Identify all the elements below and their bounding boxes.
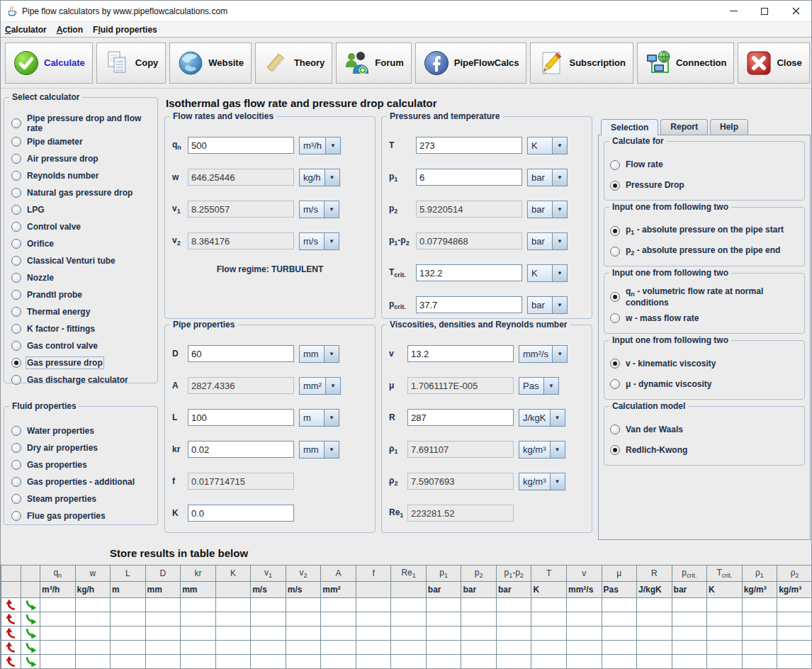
field-input[interactable] <box>188 345 294 362</box>
connection-button[interactable]: Connection <box>637 43 735 84</box>
field-input[interactable] <box>407 441 514 458</box>
unit-select[interactable]: K ▼ <box>527 264 568 282</box>
option-radio[interactable]: μ - dynamic viscosity <box>610 374 799 395</box>
field-input[interactable] <box>188 232 294 249</box>
menu-action[interactable]: Action <box>57 25 83 35</box>
field-input[interactable] <box>416 232 522 249</box>
unit-select[interactable]: bar ▼ <box>527 201 568 218</box>
calculator-option[interactable]: Natural gas pressure drop <box>11 184 150 201</box>
unit-select[interactable]: bar ▼ <box>527 296 568 314</box>
option-radio[interactable]: w - mass flow rate <box>610 308 799 329</box>
fluid-option[interactable]: Gas properties <box>11 456 150 473</box>
store-result-button[interactable] <box>21 641 40 655</box>
unit-select[interactable]: Pas ▼ <box>519 377 559 395</box>
unit-select[interactable]: mm ▼ <box>299 441 339 459</box>
unit-select[interactable]: mm²/s ▼ <box>519 345 568 363</box>
tab[interactable]: Report <box>660 119 708 135</box>
fluid-option[interactable]: Flue gas properties <box>11 507 150 524</box>
maximize-button[interactable] <box>749 1 780 21</box>
calculator-option[interactable]: Orifice <box>11 235 150 252</box>
calculator-option[interactable]: Gas discharge calculator <box>11 371 150 388</box>
recall-result-button[interactable] <box>1 626 21 641</box>
recall-result-button[interactable] <box>1 612 21 626</box>
fluid-option[interactable]: Steam properties <box>11 490 150 507</box>
unit-select[interactable]: bar ▼ <box>527 232 568 250</box>
field-input[interactable] <box>407 345 514 362</box>
store-result-button[interactable] <box>21 626 40 641</box>
website-button[interactable]: Website <box>169 43 252 84</box>
fluid-option[interactable]: Dry air properties <box>11 439 150 456</box>
forum-button[interactable]: Forum <box>336 43 411 84</box>
unit-select[interactable]: m/s ▼ <box>299 232 339 250</box>
calculator-option[interactable]: Nozzle <box>11 269 150 286</box>
option-radio[interactable]: p1 - absolute pressure on the pipe start <box>610 220 799 241</box>
field-input[interactable] <box>416 169 522 186</box>
field-input[interactable] <box>416 137 522 154</box>
store-result-button[interactable] <box>21 598 40 612</box>
menu-calculator[interactable]: Calculator <box>5 25 47 35</box>
tab[interactable]: Help <box>710 119 748 135</box>
calculator-option[interactable]: LPG <box>11 201 150 218</box>
field-input[interactable] <box>407 505 514 522</box>
field-input[interactable] <box>416 201 522 218</box>
unit-select[interactable]: kg/h ▼ <box>299 169 340 186</box>
copy-button[interactable]: Copy <box>96 43 167 84</box>
calculator-option[interactable]: Control valve <box>11 218 150 235</box>
option-radio[interactable]: qn - volumetric flow rate at normal cond… <box>610 286 799 308</box>
calculator-option[interactable]: Reynolds number <box>11 167 150 184</box>
close-button[interactable] <box>780 1 811 21</box>
field-input[interactable] <box>188 137 294 154</box>
pipeflowcalcs-button[interactable]: PipeFlowCalcs <box>415 43 527 84</box>
theory-button[interactable]: Theory <box>255 43 332 84</box>
tab[interactable]: Selection <box>601 119 658 135</box>
unit-select[interactable]: kg/m³ ▼ <box>519 473 565 490</box>
option-radio[interactable]: Pressure Drop <box>610 175 799 196</box>
subscription-button[interactable]: Subscription <box>530 43 633 84</box>
calculate-button[interactable]: Calculate <box>5 43 93 84</box>
calculator-option[interactable]: Classical Venturi tube <box>11 252 150 269</box>
field-input[interactable] <box>407 473 514 490</box>
fluid-option[interactable]: Gas properties - additional <box>11 473 150 490</box>
calculator-option[interactable]: Pipe pressure drop and flow rate <box>11 113 150 133</box>
field-input[interactable] <box>188 377 294 394</box>
unit-select[interactable]: K ▼ <box>527 137 568 154</box>
field-input[interactable] <box>188 505 294 522</box>
recall-result-button[interactable] <box>1 655 21 669</box>
option-radio[interactable]: v - kinematic viscosity <box>610 354 799 374</box>
calculator-option[interactable]: K factor - fittings <box>11 320 150 337</box>
unit-select[interactable]: mm² ▼ <box>299 377 341 395</box>
fluid-option[interactable]: Water properties <box>11 422 150 439</box>
field-input[interactable] <box>416 264 522 281</box>
field-input[interactable] <box>188 169 294 186</box>
unit-select[interactable]: mm ▼ <box>299 345 339 363</box>
calculator-option[interactable]: Thermal energy <box>11 303 150 320</box>
recall-result-button[interactable] <box>1 641 21 655</box>
calculator-option[interactable]: Gas control valve <box>11 337 150 354</box>
field-input[interactable] <box>188 441 294 458</box>
field-input[interactable] <box>407 409 514 426</box>
unit-select[interactable]: m ▼ <box>299 409 339 427</box>
unit-select[interactable]: J/kgK ▼ <box>519 409 565 427</box>
option-radio[interactable]: Redlich-Kwong <box>610 440 799 461</box>
calculator-option[interactable]: Pipe diameter <box>11 133 150 150</box>
minimize-button[interactable] <box>718 1 749 21</box>
option-radio[interactable]: Van der Waals <box>610 420 799 440</box>
title-bar[interactable]: Pipe flow calculators by www.pipeflowcal… <box>1 1 811 22</box>
store-result-button[interactable] <box>21 612 40 626</box>
recall-result-button[interactable] <box>1 598 21 612</box>
option-radio[interactable]: p2 - absolute pressure on the pipe end <box>610 241 799 262</box>
field-input[interactable] <box>407 377 514 394</box>
field-input[interactable] <box>188 409 294 426</box>
calculator-option[interactable]: Air pressure drop <box>11 150 150 167</box>
unit-select[interactable]: m/s ▼ <box>299 201 339 218</box>
field-input[interactable] <box>188 473 294 490</box>
unit-select[interactable]: kg/m³ ▼ <box>519 441 565 459</box>
option-radio[interactable]: Flow rate <box>610 154 799 175</box>
calculator-option[interactable]: Prandtl probe <box>11 286 150 303</box>
field-input[interactable] <box>188 201 294 218</box>
close-app-button[interactable]: Close <box>738 43 809 84</box>
field-input[interactable] <box>416 296 522 313</box>
menu-fluid-properties[interactable]: Fluid properties <box>93 25 157 35</box>
unit-select[interactable]: bar ▼ <box>527 169 568 186</box>
unit-select[interactable]: m³/h ▼ <box>299 137 341 154</box>
